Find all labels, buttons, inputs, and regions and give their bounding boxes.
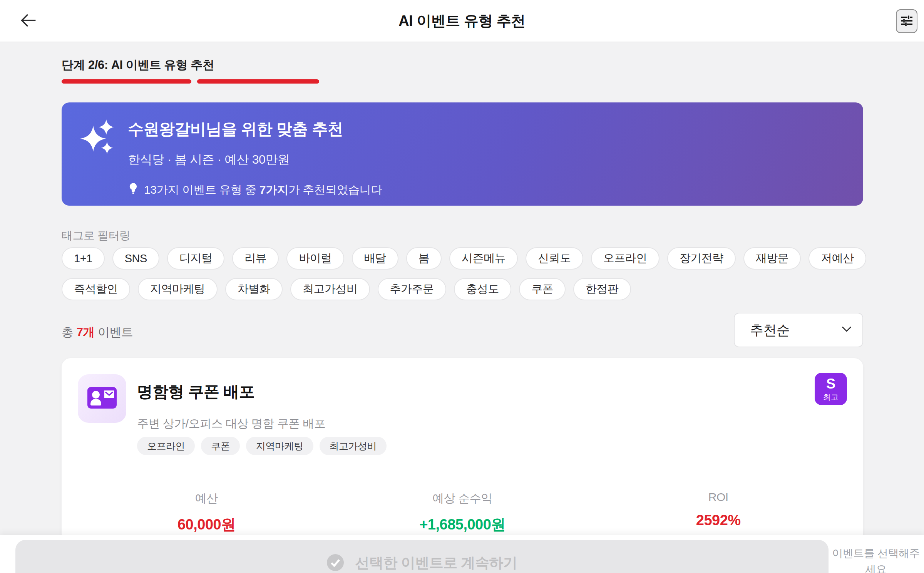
sliders-icon [900, 14, 914, 29]
stat-value: 2592% [590, 512, 846, 529]
banner-info: 13가지 이벤트 유형 중 7가지가 추천되었습니다 [128, 182, 848, 198]
filter-tag-list: 1+1SNS디지털리뷰바이럴배달봄시즌메뉴신뢰도오프라인장기전략재방문저예산즉석… [62, 247, 866, 300]
stat-value: +1,685,000원 [335, 515, 591, 534]
grade-badge-letter: S [826, 377, 835, 391]
footer-bar: 선택한 이벤트로 계속하기 이벤트를 선택해주세요 [0, 535, 924, 573]
event-card-tag-list: 오프라인쿠폰지역마케팅최고가성비 [137, 437, 387, 455]
filter-tag-chip[interactable]: 디지털 [167, 247, 225, 270]
sort-dropdown-value: 추천순 [750, 321, 790, 339]
selection-hint-text: 이벤트를 선택해주세요 [832, 545, 920, 573]
filter-tag-chip[interactable]: 즉석할인 [62, 278, 130, 300]
filter-tag-chip[interactable]: 쿠폰 [519, 278, 566, 300]
filter-tag-chip[interactable]: 추가주문 [378, 278, 446, 300]
event-card-icon-bg [78, 374, 126, 423]
page-title: AI 이벤트 유형 추천 [398, 11, 526, 31]
filter-tag-chip[interactable]: 시즌메뉴 [449, 247, 518, 270]
banner-body: 수원왕갈비님을 위한 맞춤 추천 한식당 · 봄 시즌 · 예산 30만원 13… [128, 119, 848, 198]
event-card-tag: 오프라인 [137, 437, 195, 455]
event-card-stats: 예산 60,000원 예상 순수익 +1,685,000원 ROI 2592% [79, 491, 846, 534]
continue-button-label: 선택한 이벤트로 계속하기 [355, 553, 517, 573]
filter-tag-chip[interactable]: 차별화 [225, 278, 283, 300]
arrow-left-icon [18, 10, 38, 32]
check-circle-icon [326, 554, 344, 573]
filter-tag-chip[interactable]: 장기전략 [667, 247, 736, 270]
grade-badge: S 최고 [815, 373, 847, 405]
filter-tag-chip[interactable]: 한정판 [573, 278, 631, 300]
recommendation-banner: 수원왕갈비님을 위한 맞춤 추천 한식당 · 봄 시즌 · 예산 30만원 13… [62, 102, 863, 206]
stat-label: ROI [590, 491, 846, 504]
stat-item: ROI 2592% [590, 491, 846, 534]
event-card-tag: 최고가성비 [320, 437, 387, 455]
back-button[interactable] [17, 9, 40, 32]
progress-bar [62, 79, 319, 84]
banner-info-text: 13가지 이벤트 유형 중 7가지가 추천되었습니다 [144, 182, 382, 198]
filter-tag-chip[interactable]: 바이럴 [286, 247, 344, 270]
filter-tag-chip[interactable]: 충성도 [454, 278, 512, 300]
progress-segment [197, 79, 319, 84]
filter-tag-chip[interactable]: 오프라인 [591, 247, 660, 270]
stat-value: 60,000원 [79, 515, 335, 534]
filter-tag-chip[interactable]: 최고가성비 [290, 278, 370, 300]
event-card-tag: 쿠폰 [201, 437, 240, 455]
grade-badge-label: 최고 [823, 393, 839, 401]
event-card-title: 명함형 쿠폰 배포 [137, 381, 254, 402]
progress-segment [62, 79, 191, 84]
contact-coupon-icon [87, 387, 117, 410]
filter-tag-chip[interactable]: 배달 [352, 247, 398, 270]
event-card[interactable]: 명함형 쿠폰 배포 주변 상가/오피스 대상 명함 쿠폰 배포 오프라인쿠폰지역… [62, 358, 863, 543]
filter-tag-chip[interactable]: 재방문 [743, 247, 801, 270]
stat-label: 예산 [79, 491, 335, 506]
stat-item: 예산 60,000원 [79, 491, 335, 534]
filter-tag-chip[interactable]: 신뢰도 [526, 247, 583, 270]
continue-button[interactable]: 선택한 이벤트로 계속하기 [15, 540, 829, 573]
filter-tag-chip[interactable]: 1+1 [62, 247, 105, 270]
sparkles-icon [80, 119, 117, 157]
banner-title: 수원왕갈비님을 위한 맞춤 추천 [128, 119, 848, 140]
step-label: 단계 2/6: AI 이벤트 유형 추천 [62, 57, 214, 73]
filter-tag-chip[interactable]: 봄 [406, 247, 442, 270]
header: AI 이벤트 유형 추천 [0, 0, 924, 42]
stat-item: 예상 순수익 +1,685,000원 [335, 491, 591, 534]
screen: AI 이벤트 유형 추천 단계 2/6: AI 이벤트 유형 추천 [0, 0, 924, 573]
event-count-number: 7개 [77, 325, 95, 339]
event-card-description: 주변 상가/오피스 대상 명함 쿠폰 배포 [137, 416, 326, 432]
banner-subtitle: 한식당 · 봄 시즌 · 예산 30만원 [128, 151, 848, 168]
filter-tag-chip[interactable]: 리뷰 [232, 247, 279, 270]
filter-tag-chip[interactable]: 저예산 [808, 247, 866, 270]
filter-tag-chip[interactable]: 지역마케팅 [138, 278, 218, 300]
chevron-down-icon [842, 326, 852, 334]
filter-tag-chip[interactable]: SNS [112, 247, 159, 270]
filter-section-label: 태그로 필터링 [62, 228, 131, 243]
event-count: 총 7개 이벤트 [62, 324, 133, 340]
event-card-tag: 지역마케팅 [246, 437, 313, 455]
stat-label: 예상 순수익 [335, 491, 591, 506]
filter-settings-button[interactable] [896, 9, 917, 33]
sort-dropdown[interactable]: 추천순 [734, 313, 863, 347]
lightbulb-icon [128, 182, 139, 198]
